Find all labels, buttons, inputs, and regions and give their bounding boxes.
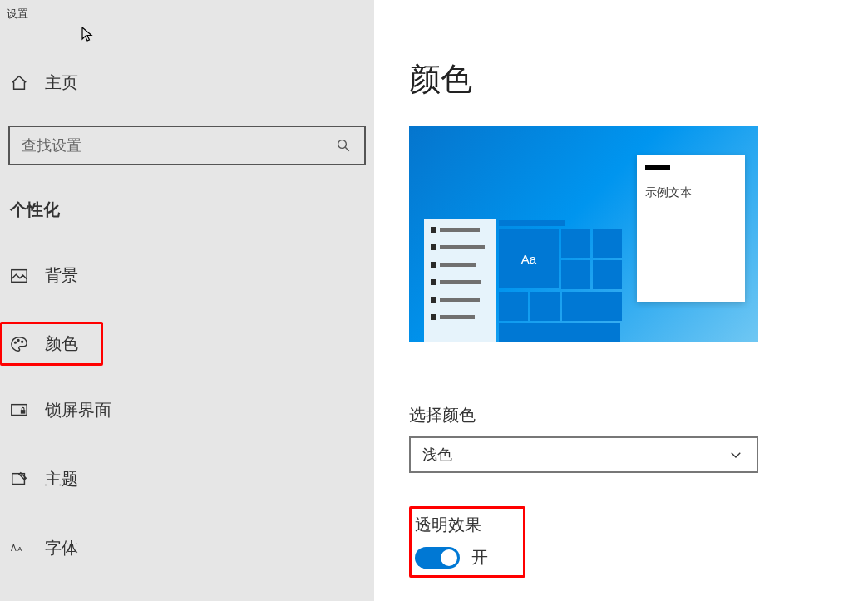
sidebar-item-label: 锁屏界面 bbox=[45, 399, 111, 421]
svg-point-5 bbox=[22, 341, 23, 342]
search-input[interactable] bbox=[22, 137, 334, 155]
svg-text:A: A bbox=[17, 545, 22, 553]
preview-tile-aa: Aa bbox=[499, 229, 559, 288]
highlight-colors: 颜色 bbox=[0, 322, 103, 366]
svg-text:A: A bbox=[11, 544, 17, 553]
preview-tiles: Aa bbox=[499, 220, 622, 342]
cursor-icon bbox=[81, 27, 95, 43]
category-header: 个性化 bbox=[0, 190, 374, 229]
choose-color-label: 选择颜色 bbox=[409, 404, 835, 426]
transparency-label: 透明效果 bbox=[415, 514, 516, 536]
search-icon bbox=[334, 136, 353, 155]
svg-point-3 bbox=[15, 342, 17, 343]
page-title: 颜色 bbox=[409, 58, 835, 101]
home-icon bbox=[10, 74, 28, 92]
preview-window: 示例文本 bbox=[637, 155, 745, 302]
transparency-toggle[interactable] bbox=[415, 547, 460, 569]
sidebar-item-start[interactable]: 开始 bbox=[0, 594, 374, 601]
transparency-state: 开 bbox=[471, 546, 488, 569]
dropdown-value: 浅色 bbox=[422, 445, 452, 465]
palette-icon bbox=[10, 335, 28, 353]
theme-icon bbox=[10, 470, 28, 489]
lockscreen-icon bbox=[10, 401, 28, 420]
nav-home-label: 主页 bbox=[45, 71, 78, 94]
nav-home[interactable]: 主页 bbox=[0, 63, 374, 102]
svg-point-0 bbox=[338, 140, 347, 149]
sidebar: 设置 主页 个性化 背景 bbox=[0, 0, 374, 601]
svg-line-1 bbox=[345, 147, 349, 151]
svg-point-4 bbox=[17, 339, 19, 341]
sample-text: 示例文本 bbox=[645, 185, 737, 200]
chevron-down-icon bbox=[727, 446, 745, 464]
preview-list bbox=[424, 219, 496, 342]
sidebar-item-label: 颜色 bbox=[45, 333, 78, 355]
sidebar-item-fonts[interactable]: A A 字体 bbox=[0, 525, 374, 571]
sidebar-item-background[interactable]: 背景 bbox=[0, 253, 374, 298]
choose-color-dropdown[interactable]: 浅色 bbox=[409, 436, 758, 473]
svg-rect-7 bbox=[21, 410, 26, 414]
sidebar-item-lockscreen[interactable]: 锁屏界面 bbox=[0, 387, 374, 433]
sidebar-item-label: 背景 bbox=[45, 264, 78, 287]
color-preview: Aa 示例文本 bbox=[409, 126, 758, 342]
image-icon bbox=[10, 267, 28, 285]
main-content: 颜色 Aa bbox=[374, 0, 868, 601]
font-icon: A A bbox=[10, 539, 28, 558]
window-title: 设置 bbox=[0, 7, 374, 22]
sidebar-item-themes[interactable]: 主题 bbox=[0, 456, 374, 502]
sidebar-item-colors[interactable]: 颜色 bbox=[10, 333, 94, 355]
search-input-container[interactable] bbox=[8, 126, 366, 165]
sidebar-item-label: 主题 bbox=[45, 468, 78, 490]
sidebar-item-label: 字体 bbox=[45, 537, 78, 559]
highlight-transparency: 透明效果 开 bbox=[409, 506, 525, 578]
